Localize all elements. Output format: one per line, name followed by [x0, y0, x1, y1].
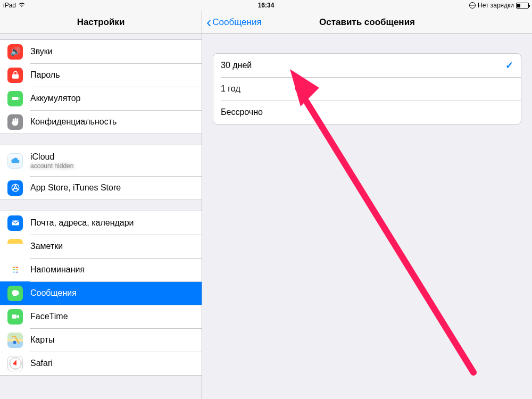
sidebar-item-label: Сообщения — [30, 288, 77, 298]
option-label: Бессрочно — [221, 107, 263, 117]
sidebar-item-label: iCloud — [30, 152, 73, 162]
svg-rect-10 — [12, 314, 16, 319]
svg-rect-9 — [15, 272, 18, 273]
back-button[interactable]: ‹ Сообщения — [202, 15, 262, 30]
back-label: Сообщения — [212, 17, 261, 28]
settings-group-accounts: iCloud account hidden App Store, iTunes … — [0, 145, 202, 200]
sidebar-item-label: Safari — [30, 359, 53, 368]
svg-rect-5 — [12, 269, 15, 270]
sidebar-item-mail[interactable]: Почта, адреса, календари — [0, 211, 202, 235]
battery-icon — [516, 3, 529, 9]
option-label: 30 дней — [221, 61, 252, 70]
svg-rect-3 — [12, 221, 19, 226]
svg-rect-8 — [15, 269, 18, 270]
svg-rect-6 — [12, 272, 15, 273]
sidebar-item-label: Почта, адреса, календари — [30, 218, 134, 228]
compass-icon — [9, 357, 22, 370]
safari-icon — [7, 356, 23, 371]
detail-pane: ‹ Сообщения Оставить сообщения 30 дней ✓… — [202, 11, 532, 399]
sidebar-item-reminders[interactable]: Напоминания — [0, 258, 202, 281]
sidebar-item-label: Напоминания — [30, 265, 85, 275]
settings-group-apps: Почта, адреса, календари Заметки Напомин… — [0, 211, 202, 376]
wifi-icon — [18, 2, 26, 9]
svg-rect-7 — [15, 267, 18, 268]
detail-title: Оставить сообщения — [319, 17, 415, 28]
battery-app-icon — [7, 91, 23, 106]
device-label: iPad — [3, 2, 16, 9]
option-1-year[interactable]: 1 год — [213, 77, 521, 101]
cloud-icon — [7, 153, 23, 169]
messages-icon — [7, 286, 23, 301]
sidebar-item-passcode[interactable]: Пароль — [0, 63, 202, 87]
svg-rect-1 — [19, 98, 20, 99]
checkmark-icon: ✓ — [505, 60, 513, 71]
sidebar-title: Настройки — [0, 11, 202, 34]
sidebar-item-icloud[interactable]: iCloud account hidden — [0, 145, 202, 176]
sounds-icon: 🔊 — [7, 44, 23, 60]
sidebar-item-battery[interactable]: Аккумулятор — [0, 87, 202, 110]
settings-sidebar: Настройки 🔊 Звуки Пароль — [0, 11, 202, 399]
reminders-icon — [7, 262, 23, 278]
sidebar-item-privacy[interactable]: Конфиденциальность — [0, 110, 202, 134]
sidebar-item-label: Аккумулятор — [30, 94, 80, 103]
appstore-icon — [7, 180, 23, 196]
not-charging-icon — [469, 2, 476, 9]
option-30-days[interactable]: 30 дней ✓ — [213, 54, 521, 77]
option-label: 1 год — [221, 84, 240, 94]
chevron-left-icon: ‹ — [206, 15, 211, 30]
sidebar-item-safari[interactable]: Safari — [0, 352, 202, 375]
sidebar-item-facetime[interactable]: FaceTime — [0, 305, 202, 328]
sidebar-item-label: Пароль — [30, 70, 60, 80]
sidebar-item-label: Конфиденциальность — [30, 117, 117, 127]
lock-icon — [7, 68, 23, 83]
status-bar: iPad 16:34 Нет зарядки — [0, 0, 532, 11]
hand-icon — [7, 114, 23, 130]
keep-messages-options: 30 дней ✓ 1 год Бессрочно — [213, 53, 521, 124]
sidebar-item-notes[interactable]: Заметки — [0, 235, 202, 258]
sidebar-item-appstore[interactable]: App Store, iTunes Store — [0, 176, 202, 200]
icloud-account-sub: account hidden — [30, 162, 73, 170]
sidebar-item-label: FaceTime — [30, 312, 68, 321]
settings-group-general: 🔊 Звуки Пароль Аккумулятор — [0, 39, 202, 134]
charge-status: Нет зарядки — [478, 2, 514, 9]
sidebar-item-messages[interactable]: Сообщения — [0, 281, 202, 305]
sidebar-item-label: App Store, iTunes Store — [30, 183, 121, 193]
facetime-icon — [7, 309, 23, 325]
sidebar-item-sounds[interactable]: 🔊 Звуки — [0, 40, 202, 63]
status-time: 16:34 — [258, 2, 275, 9]
option-forever[interactable]: Бессрочно — [213, 101, 521, 124]
notes-icon — [7, 239, 23, 254]
sidebar-item-maps[interactable]: Карты — [0, 328, 202, 352]
sidebar-item-label: Карты — [30, 335, 55, 345]
svg-rect-4 — [12, 267, 15, 268]
sidebar-item-label: Звуки — [30, 47, 53, 56]
detail-header: ‹ Сообщения Оставить сообщения — [202, 11, 532, 34]
svg-point-11 — [13, 341, 16, 344]
sidebar-item-label: Заметки — [30, 242, 63, 251]
maps-icon — [7, 332, 23, 348]
mail-icon — [7, 215, 23, 231]
svg-rect-0 — [12, 97, 18, 100]
